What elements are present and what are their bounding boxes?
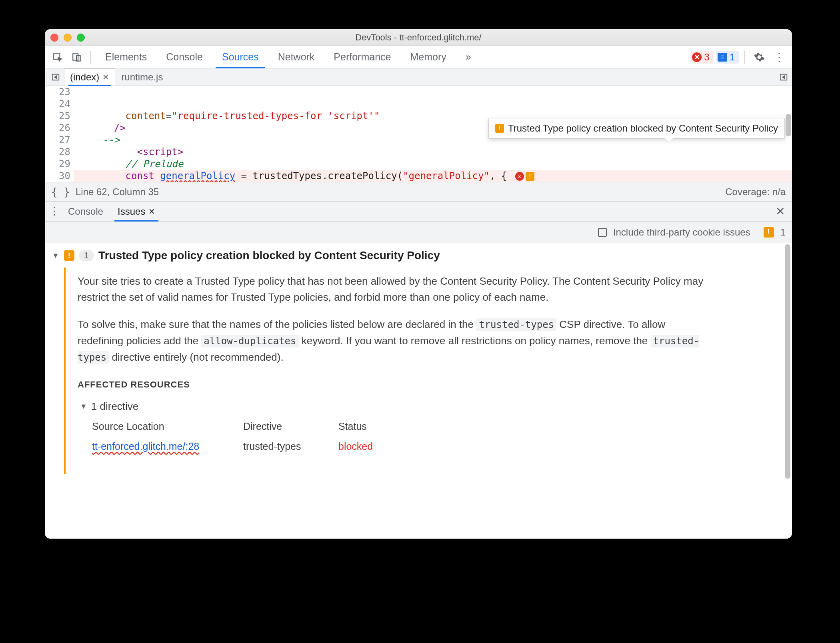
separator bbox=[90, 51, 91, 64]
td-directive: trusted-types bbox=[243, 438, 327, 454]
warning-count: 1 bbox=[780, 227, 786, 238]
separator bbox=[744, 51, 745, 64]
issue-title: Trusted Type policy creation blocked by … bbox=[98, 249, 440, 262]
td-status: blocked bbox=[338, 438, 394, 454]
error-count: 3 bbox=[704, 52, 709, 63]
editor-scrollbar[interactable] bbox=[786, 87, 791, 181]
code-content[interactable]: content="require-trusted-types-for 'scri… bbox=[74, 86, 792, 182]
warning-icon: ! bbox=[764, 227, 774, 238]
file-tab-strip: (index) ✕ runtime.js bbox=[45, 68, 792, 86]
error-icon: ✕ bbox=[692, 52, 702, 62]
tab-performance[interactable]: Performance bbox=[324, 46, 400, 68]
table-header-row: Source Location Directive Status bbox=[92, 418, 785, 434]
coverage-status: Coverage: n/a bbox=[725, 186, 786, 198]
pretty-print-icon[interactable]: { } bbox=[51, 186, 70, 198]
message-count: 1 bbox=[730, 52, 735, 63]
tab-console[interactable]: Console bbox=[156, 46, 212, 68]
close-drawer-icon[interactable]: ✕ bbox=[771, 202, 789, 221]
debugger-pane-toggle-icon[interactable] bbox=[775, 68, 792, 86]
inline-warning-tooltip: ! Trusted Type policy creation blocked b… bbox=[488, 118, 785, 139]
th-status: Status bbox=[338, 418, 394, 434]
tab-memory[interactable]: Memory bbox=[400, 46, 456, 68]
devtools-window: DevTools - tt-enforced.glitch.me/ Elemen… bbox=[45, 29, 792, 539]
message-icon: ≡ bbox=[718, 53, 727, 62]
drawer-tab-console[interactable]: Console bbox=[61, 202, 110, 221]
file-tab-index[interactable]: (index) ✕ bbox=[64, 68, 115, 86]
source-editor[interactable]: 2324252627282930 content="require-truste… bbox=[45, 86, 792, 182]
directive-count-row[interactable]: ▼ 1 directive bbox=[80, 398, 785, 414]
close-tab-icon[interactable]: ✕ bbox=[102, 72, 109, 82]
tab-network[interactable]: Network bbox=[268, 46, 324, 68]
drawer-tab-strip: ⋮ Console Issues ✕ ✕ bbox=[45, 201, 792, 221]
inspect-element-icon[interactable] bbox=[49, 48, 66, 66]
close-tab-icon[interactable]: ✕ bbox=[148, 207, 155, 216]
file-tab-runtime[interactable]: runtime.js bbox=[115, 68, 169, 86]
separator bbox=[757, 226, 757, 238]
issue-paragraph: To solve this, make sure that the names … bbox=[78, 316, 714, 365]
file-tab-label: runtime.js bbox=[121, 72, 163, 83]
issue-detail: Your site tries to create a Trusted Type… bbox=[64, 268, 785, 474]
directive-count: 1 directive bbox=[91, 398, 139, 414]
window-title: DevTools - tt-enforced.glitch.me/ bbox=[45, 32, 792, 43]
issues-filter-bar: Include third-party cookie issues ! 1 bbox=[45, 221, 792, 243]
toolbar-right: ✕ 3 ≡ 1 ⋮ bbox=[690, 48, 788, 66]
warning-icon: ! bbox=[64, 250, 74, 261]
tab-elements[interactable]: Elements bbox=[96, 46, 156, 68]
issue-count-pill: 1 bbox=[79, 250, 94, 261]
table-row: tt-enforced.glitch.me/:28 trusted-types … bbox=[92, 438, 785, 454]
kebab-menu-icon[interactable]: ⋮ bbox=[770, 48, 788, 66]
cursor-position: Line 62, Column 35 bbox=[76, 186, 159, 198]
third-party-checkbox[interactable] bbox=[598, 228, 607, 237]
checkbox-label: Include third-party cookie issues bbox=[613, 227, 750, 238]
message-count-badge[interactable]: ≡ 1 bbox=[716, 51, 739, 64]
tab-sources[interactable]: Sources bbox=[212, 46, 268, 68]
navigator-toggle-icon[interactable] bbox=[47, 68, 64, 86]
file-tab-label: (index) bbox=[70, 72, 99, 83]
main-tab-strip: Elements Console Sources Network Perform… bbox=[96, 46, 481, 68]
code-snippet: allow-duplicates bbox=[201, 335, 298, 347]
source-location-link[interactable]: tt-enforced.glitch.me/:28 bbox=[92, 441, 199, 452]
line-number-gutter: 2324252627282930 bbox=[45, 86, 74, 182]
issue-paragraph: Your site tries to create a Trusted Type… bbox=[78, 273, 714, 305]
th-source-location: Source Location bbox=[92, 418, 232, 434]
drawer-menu-icon[interactable]: ⋮ bbox=[48, 202, 61, 221]
svg-rect-1 bbox=[73, 54, 78, 60]
affected-resources-table: Source Location Directive Status tt-enfo… bbox=[92, 418, 785, 454]
settings-gear-icon[interactable] bbox=[750, 48, 768, 66]
error-count-badge[interactable]: ✕ 3 bbox=[690, 51, 713, 64]
warning-icon: ! bbox=[495, 124, 504, 133]
affected-resources-title: AFFECTED RESOURCES bbox=[78, 377, 785, 393]
tab-overflow[interactable]: » bbox=[456, 46, 481, 68]
issues-scrollbar[interactable] bbox=[785, 244, 790, 537]
main-toolbar: Elements Console Sources Network Perform… bbox=[45, 46, 792, 68]
th-directive: Directive bbox=[243, 418, 327, 434]
device-toolbar-icon[interactable] bbox=[68, 48, 86, 66]
editor-statusbar: { } Line 62, Column 35 Coverage: n/a bbox=[45, 182, 792, 201]
expand-triangle-icon[interactable]: ▼ bbox=[52, 252, 59, 260]
inline-error-markers[interactable]: ✕! bbox=[515, 172, 534, 181]
drawer-tab-issues[interactable]: Issues ✕ bbox=[110, 202, 162, 221]
warning-icon: ! bbox=[526, 172, 534, 181]
issue-header-row[interactable]: ▼ ! 1 Trusted Type policy creation block… bbox=[52, 249, 785, 262]
tooltip-text: Trusted Type policy creation blocked by … bbox=[508, 122, 778, 134]
code-snippet: trusted-types bbox=[476, 318, 556, 331]
issues-panel[interactable]: ▼ ! 1 Trusted Type policy creation block… bbox=[45, 243, 792, 539]
titlebar: DevTools - tt-enforced.glitch.me/ bbox=[45, 29, 792, 46]
error-icon: ✕ bbox=[515, 172, 524, 181]
expand-triangle-icon[interactable]: ▼ bbox=[80, 398, 87, 414]
